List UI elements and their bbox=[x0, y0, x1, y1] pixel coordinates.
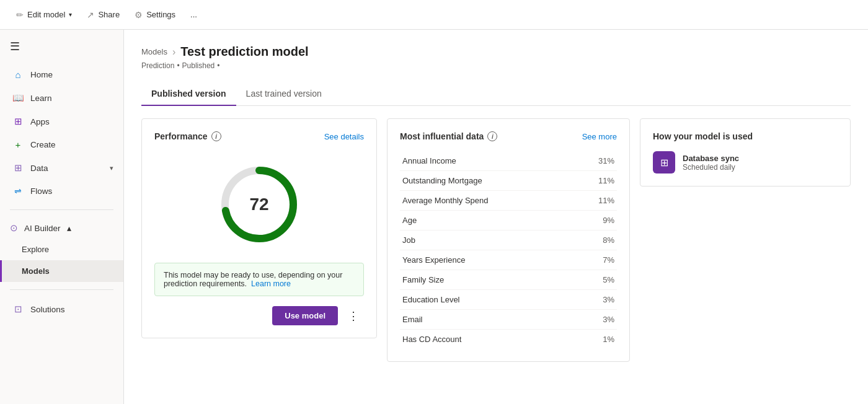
performance-info-icon[interactable]: i bbox=[211, 131, 221, 141]
share-icon: ↗ bbox=[87, 10, 94, 20]
influential-card-title: Most influential data i bbox=[400, 131, 497, 141]
data-label: Education Level bbox=[400, 290, 576, 310]
see-details-link[interactable]: See details bbox=[324, 132, 364, 141]
tabs-bar: Published version Last trained version bbox=[141, 82, 851, 106]
table-row: Age 9% bbox=[400, 211, 617, 231]
meta-status: Published bbox=[182, 61, 215, 70]
tab-last-trained[interactable]: Last trained version bbox=[236, 82, 332, 106]
influential-card-header: Most influential data i See more bbox=[400, 131, 617, 141]
table-row: Outstanding Mortgage 11% bbox=[400, 171, 617, 191]
sidebar-item-solutions[interactable]: ⊡ Solutions bbox=[0, 297, 123, 321]
tab-last-trained-label: Last trained version bbox=[246, 89, 322, 99]
data-label: Outstanding Mortgage bbox=[400, 171, 576, 191]
more-options-button[interactable]: ⋮ bbox=[343, 307, 364, 325]
ai-builder-icon: ⊙ bbox=[10, 222, 18, 234]
sidebar-item-apps[interactable]: ⊞ Apps bbox=[0, 110, 123, 133]
sidebar-item-data[interactable]: ⊞ Data ▾ bbox=[0, 156, 123, 180]
breadcrumb: Models › Test prediction model bbox=[141, 45, 851, 59]
sidebar-ai-builder-label: AI Builder bbox=[24, 224, 61, 233]
usage-item-icon: ⊞ bbox=[653, 151, 675, 173]
learn-more-link[interactable]: Learn more bbox=[251, 279, 291, 288]
share-label: Share bbox=[98, 10, 120, 19]
data-label: Age bbox=[400, 211, 576, 231]
performance-card-title: Performance i bbox=[154, 131, 221, 141]
performance-card-header: Performance i See details bbox=[154, 131, 364, 141]
data-value: 3% bbox=[576, 290, 617, 310]
sidebar-create-label: Create bbox=[30, 140, 113, 149]
tab-published-version[interactable]: Published version bbox=[141, 82, 236, 106]
usage-title-text: How your model is used bbox=[653, 131, 753, 141]
create-icon: + bbox=[12, 139, 24, 150]
influential-data-table: Annual Income 31% Outstanding Mortgage 1… bbox=[400, 151, 617, 349]
sidebar-item-flows[interactable]: ⇌ Flows bbox=[0, 180, 123, 202]
sidebar-flows-label: Flows bbox=[30, 187, 113, 196]
table-row: Education Level 3% bbox=[400, 290, 617, 310]
usage-item-info: Database sync Scheduled daily bbox=[683, 154, 739, 172]
sidebar-item-explore[interactable]: Explore bbox=[0, 239, 123, 260]
sidebar-item-home[interactable]: ⌂ Home bbox=[0, 63, 123, 86]
sidebar-explore-label: Explore bbox=[22, 245, 113, 254]
tab-published-label: Published version bbox=[151, 89, 226, 99]
performance-card: Performance i See details 72 bbox=[141, 118, 377, 338]
table-row: Family Size 5% bbox=[400, 270, 617, 290]
settings-label: Settings bbox=[146, 10, 175, 19]
usage-card-header: How your model is used bbox=[653, 131, 838, 141]
learn-icon: 📖 bbox=[12, 92, 24, 103]
breadcrumb-parent[interactable]: Models bbox=[141, 47, 167, 56]
donut-chart-container: 72 bbox=[154, 151, 364, 263]
sidebar-section-ai-builder[interactable]: ⊙ AI Builder ▴ bbox=[0, 217, 123, 239]
chevron-down-icon: ▾ bbox=[110, 164, 113, 172]
data-value: 31% bbox=[576, 151, 617, 171]
edit-icon: ✏ bbox=[16, 10, 24, 20]
donut-chart: 72 bbox=[216, 161, 303, 248]
settings-button[interactable]: ⚙ Settings bbox=[128, 6, 182, 24]
home-icon: ⌂ bbox=[12, 69, 24, 80]
data-value: 3% bbox=[576, 310, 617, 330]
solutions-icon: ⊡ bbox=[12, 304, 24, 315]
table-row: Years Experience 7% bbox=[400, 250, 617, 270]
usage-card-title: How your model is used bbox=[653, 131, 753, 141]
usage-item: ⊞ Database sync Scheduled daily bbox=[653, 151, 838, 173]
sidebar-item-models[interactable]: Models bbox=[0, 260, 123, 282]
performance-info-box: This model may be ready to use, dependin… bbox=[154, 263, 364, 296]
usage-item-name: Database sync bbox=[683, 154, 739, 163]
usage-card: How your model is used ⊞ Database sync S… bbox=[640, 118, 851, 187]
performance-title-text: Performance bbox=[154, 131, 208, 141]
cards-row: Performance i See details 72 bbox=[141, 118, 851, 362]
use-model-button[interactable]: Use model bbox=[272, 306, 338, 325]
table-row: Average Monthly Spend 11% bbox=[400, 191, 617, 211]
hamburger-menu[interactable]: ☰ bbox=[0, 35, 123, 63]
influential-info-icon[interactable]: i bbox=[487, 131, 497, 141]
data-label: Email bbox=[400, 310, 576, 330]
see-more-link[interactable]: See more bbox=[582, 132, 617, 141]
data-label: Years Experience bbox=[400, 250, 576, 270]
table-row: Email 3% bbox=[400, 310, 617, 330]
meta-type: Prediction bbox=[141, 61, 174, 70]
edit-model-button[interactable]: ✏ Edit model ▾ bbox=[10, 6, 78, 24]
data-icon: ⊞ bbox=[12, 162, 24, 173]
breadcrumb-separator: › bbox=[172, 46, 175, 58]
usage-item-sub: Scheduled daily bbox=[683, 163, 739, 172]
data-value: 1% bbox=[576, 330, 617, 349]
chevron-down-icon: ▾ bbox=[69, 11, 72, 18]
sidebar-item-create[interactable]: + Create bbox=[0, 133, 123, 156]
share-button[interactable]: ↗ Share bbox=[81, 6, 126, 24]
data-label: Has CD Account bbox=[400, 330, 576, 349]
page-meta: Prediction • Published • bbox=[141, 61, 851, 70]
settings-icon: ⚙ bbox=[135, 10, 143, 20]
data-label: Job bbox=[400, 231, 576, 250]
performance-action-row: Use model ⋮ bbox=[154, 306, 364, 325]
more-button[interactable]: ... bbox=[184, 6, 203, 23]
table-row: Annual Income 31% bbox=[400, 151, 617, 171]
sidebar-data-label: Data bbox=[30, 164, 104, 173]
sidebar-item-learn[interactable]: 📖 Learn bbox=[0, 86, 123, 110]
sidebar-solutions-label: Solutions bbox=[30, 305, 113, 314]
data-value: 11% bbox=[576, 171, 617, 191]
donut-score-label: 72 bbox=[249, 195, 268, 214]
data-value: 5% bbox=[576, 270, 617, 290]
chevron-up-icon: ▴ bbox=[67, 223, 71, 233]
page-title: Test prediction model bbox=[180, 45, 308, 59]
sidebar-learn-label: Learn bbox=[30, 94, 113, 103]
sidebar-apps-label: Apps bbox=[30, 117, 113, 126]
influential-title-text: Most influential data bbox=[400, 131, 484, 141]
